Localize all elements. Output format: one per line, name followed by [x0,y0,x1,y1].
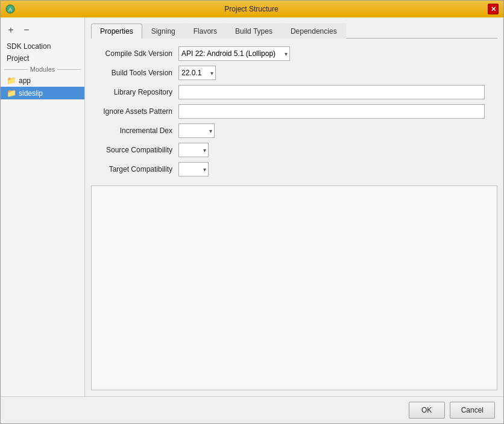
close-button[interactable]: ✕ [488,4,499,14]
sdk-location-label: SDK Location [7,42,51,51]
source-compat-select-wrapper: ▾ [178,143,209,157]
ignore-assets-label: Ignore Assets Pattern [91,107,178,116]
title-bar: A Project Structure ✕ [1,1,503,17]
target-compat-value: ▾ [178,162,497,176]
app-icon: A [5,4,15,14]
compile-sdk-select[interactable]: API 22: Android 5.1 (Lollipop) [178,46,290,61]
library-repo-row: Library Repository [91,84,497,100]
lower-panel [91,186,497,390]
app-folder-icon: 📁 [7,76,16,85]
tab-signing[interactable]: Signing [142,23,184,39]
sidebar-item-app[interactable]: 📁 app [1,74,84,87]
sideslip-label: sideslip [19,89,43,98]
sidebar-section-modules: Modules [1,64,84,74]
incremental-dex-row: Incremental Dex ▾ [91,123,497,139]
ignore-assets-row: Ignore Assets Pattern [91,104,497,119]
incremental-dex-select-wrapper: ▾ [178,123,215,138]
sidebar-item-sdk-location[interactable]: SDK Location [1,40,84,52]
svg-text:A: A [8,7,12,13]
build-tools-label: Build Tools Version [91,69,178,77]
target-compat-label: Target Compatibility [91,165,178,173]
build-tools-select[interactable]: 22.0.1 [178,66,216,80]
source-compat-select[interactable] [178,143,209,157]
library-repo-input[interactable] [178,85,485,99]
sidebar: + − SDK Location Project Modules 📁 app 📁… [1,17,85,396]
dialog-footer: OK Cancel [1,396,503,423]
main-content: Properties Signing Flavors Build Types D… [85,17,503,396]
library-repo-value [178,85,497,99]
project-structure-dialog: A Project Structure ✕ + − SDK Location P… [0,0,504,424]
build-tools-row: Build Tools Version 22.0.1 ▾ [91,65,497,81]
dialog-body: + − SDK Location Project Modules 📁 app 📁… [1,17,503,396]
properties-area: Compile Sdk Version API 22: Android 5.1 … [91,46,497,390]
build-tools-value: 22.0.1 ▾ [178,66,497,80]
tab-build-types[interactable]: Build Types [226,23,282,39]
build-tools-select-wrapper: 22.0.1 ▾ [178,66,216,80]
tab-properties[interactable]: Properties [91,23,142,39]
remove-module-button[interactable]: − [20,23,33,37]
source-compat-label: Source Compatibility [91,146,178,154]
target-compat-row: Target Compatibility ▾ [91,161,497,177]
cancel-button[interactable]: Cancel [450,402,495,419]
sidebar-item-project[interactable]: Project [1,52,84,64]
app-label: app [19,76,31,85]
tabs-bar: Properties Signing Flavors Build Types D… [91,23,497,39]
sidebar-toolbar: + − [1,22,84,40]
compile-sdk-row: Compile Sdk Version API 22: Android 5.1 … [91,46,497,61]
incremental-dex-label: Incremental Dex [91,126,178,135]
target-compat-select[interactable] [178,162,209,176]
project-label: Project [7,54,29,63]
ok-button[interactable]: OK [409,402,445,419]
ignore-assets-value [178,104,497,119]
compile-sdk-select-wrapper: API 22: Android 5.1 (Lollipop) ▾ [178,46,290,61]
tab-dependencies[interactable]: Dependencies [282,23,346,39]
incremental-dex-select[interactable] [178,123,215,138]
ignore-assets-input[interactable] [178,104,485,119]
sideslip-folder-icon: 📁 [7,89,16,98]
compile-sdk-label: Compile Sdk Version [91,49,178,58]
library-repo-label: Library Repository [91,88,178,96]
incremental-dex-value: ▾ [178,123,497,138]
target-compat-select-wrapper: ▾ [178,162,209,176]
source-compat-row: Source Compatibility ▾ [91,142,497,158]
tab-flavors[interactable]: Flavors [184,23,226,39]
add-module-button[interactable]: + [4,23,17,37]
source-compat-value: ▾ [178,143,497,157]
sidebar-item-sideslip[interactable]: 📁 sideslip [1,87,84,99]
compile-sdk-value: API 22: Android 5.1 (Lollipop) ▾ [178,46,497,61]
dialog-title: Project Structure [15,5,488,13]
